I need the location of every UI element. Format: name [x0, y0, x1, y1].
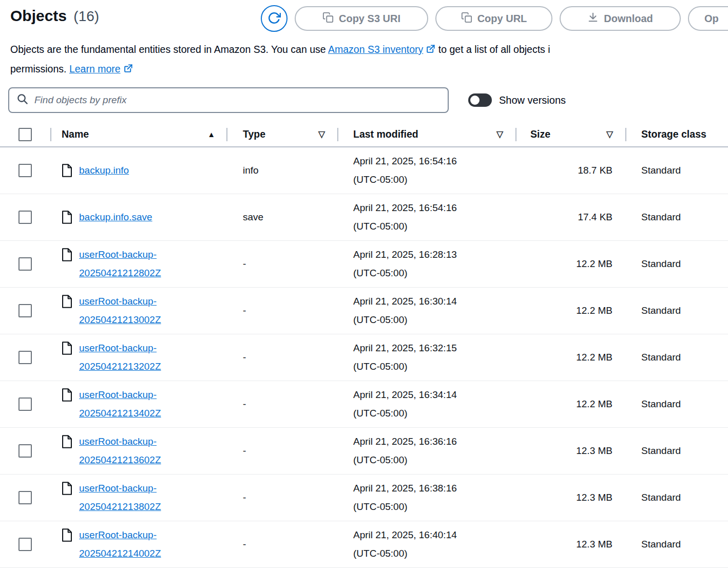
last-modified-date: April 21, 2025, 16:38:16 [353, 479, 515, 498]
copy-url-label: Copy URL [477, 13, 527, 25]
row-checkbox[interactable] [18, 211, 32, 224]
last-modified-timezone: (UTC-05:00) [353, 451, 515, 469]
row-checkbox[interactable] [18, 538, 32, 551]
row-checkbox-cell [0, 211, 50, 224]
object-count: (16) [73, 8, 99, 24]
object-name-link[interactable]: userRoot-backup-20250421213602Z [79, 432, 207, 469]
sort-icon: ▽ [496, 129, 503, 140]
object-name-link[interactable]: userRoot-backup-20250421212802Z [79, 245, 207, 282]
last-modified-timezone: (UTC-05:00) [353, 171, 515, 189]
last-modified-date: April 21, 2025, 16:32:15 [353, 339, 515, 357]
object-name-cell: userRoot-backup-20250421213202Z [50, 339, 226, 376]
object-name-cell: userRoot-backup-20250421212802Z [50, 245, 226, 282]
object-name-link[interactable]: userRoot-backup-20250421213002Z [79, 292, 207, 329]
sort-icon: ▽ [606, 129, 613, 140]
toolbar: Copy S3 URI Copy URL Download [261, 5, 728, 32]
table-body: backup.info info April 21, 2025, 16:54:1… [0, 147, 728, 568]
amazon-s3-inventory-link[interactable]: Amazon S3 inventory [328, 44, 423, 55]
column-divider [337, 128, 338, 141]
object-name-cell: backup.info [50, 161, 226, 180]
row-checkbox[interactable] [18, 164, 32, 177]
row-checkbox[interactable] [18, 304, 32, 317]
column-header-size[interactable]: Size ▽ [515, 122, 625, 146]
row-checkbox-cell [0, 304, 50, 317]
column-header-type[interactable]: Type ▽ [226, 122, 337, 146]
table-row: userRoot-backup-20250421213802Z - April … [0, 475, 728, 521]
object-size: 12.3 MB [515, 445, 625, 457]
storage-class: Standard [625, 445, 728, 457]
column-header-last-modified[interactable]: Last modified ▽ [337, 122, 515, 146]
file-icon [62, 528, 72, 544]
table-row: userRoot-backup-20250421214002Z - April … [0, 521, 728, 568]
storage-class: Standard [625, 258, 728, 270]
refresh-icon [267, 11, 281, 26]
file-icon [62, 164, 72, 180]
object-name-link[interactable]: userRoot-backup-20250421214002Z [79, 526, 207, 563]
table-row: backup.info.save save April 21, 2025, 16… [0, 194, 728, 241]
show-versions-label: Show versions [499, 94, 566, 106]
copy-icon [461, 12, 472, 26]
row-checkbox[interactable] [18, 444, 32, 458]
row-checkbox[interactable] [18, 491, 32, 504]
table-row: userRoot-backup-20250421213002Z - April … [0, 288, 728, 334]
object-name-link[interactable]: userRoot-backup-20250421213802Z [79, 479, 207, 516]
object-name-link[interactable]: userRoot-backup-20250421213402Z [79, 386, 207, 423]
storage-class: Standard [625, 352, 728, 363]
last-modified: April 21, 2025, 16:54:16 (UTC-05:00) [337, 152, 515, 189]
show-versions-toggle[interactable] [468, 93, 492, 107]
column-header-storage-class[interactable]: Storage class [625, 122, 728, 146]
object-type: - [226, 445, 337, 457]
description-line-1: Objects are the fundamental entities sto… [10, 40, 728, 60]
last-modified: April 21, 2025, 16:36:16 (UTC-05:00) [337, 432, 515, 469]
copy-url-button[interactable]: Copy URL [435, 6, 552, 31]
object-name-link[interactable]: userRoot-backup-20250421213202Z [79, 339, 207, 376]
object-name-link[interactable]: backup.info [79, 161, 129, 180]
column-header-name[interactable]: Name ▲ [50, 122, 226, 146]
last-modified-timezone: (UTC-05:00) [353, 311, 515, 329]
last-modified-timezone: (UTC-05:00) [353, 217, 515, 236]
object-size: 12.2 MB [515, 258, 625, 270]
last-modified-date: April 21, 2025, 16:40:14 [353, 526, 515, 544]
table-row: userRoot-backup-20250421213602Z - April … [0, 428, 728, 475]
sort-icon: ▽ [318, 129, 325, 140]
select-all-checkbox[interactable] [18, 128, 32, 141]
object-size: 12.3 MB [515, 492, 625, 503]
learn-more-link[interactable]: Learn more [69, 63, 121, 74]
objects-table: Name ▲ Type ▽ Last modified ▽ Size ▽ Sto… [0, 122, 728, 568]
object-name-link[interactable]: backup.info.save [79, 208, 152, 226]
copy-s3-uri-button[interactable]: Copy S3 URI [295, 6, 428, 31]
storage-class: Standard [625, 492, 728, 503]
external-link-icon [123, 61, 133, 79]
download-icon [587, 12, 599, 26]
object-type: - [226, 399, 337, 410]
table-row: userRoot-backup-20250421212802Z - April … [0, 241, 728, 288]
last-modified: April 21, 2025, 16:30:14 (UTC-05:00) [337, 292, 515, 329]
row-checkbox[interactable] [18, 397, 32, 411]
download-button[interactable]: Download [560, 6, 681, 31]
object-size: 12.2 MB [515, 352, 625, 363]
last-modified: April 21, 2025, 16:54:16 (UTC-05:00) [337, 199, 515, 236]
row-checkbox[interactable] [18, 351, 32, 364]
search-input[interactable] [33, 94, 440, 106]
object-name-cell: userRoot-backup-20250421213802Z [50, 479, 226, 516]
object-type: info [226, 165, 337, 176]
object-type: - [226, 492, 337, 503]
last-modified-date: April 21, 2025, 16:36:16 [353, 432, 515, 451]
table-row: userRoot-backup-20250421213402Z - April … [0, 381, 728, 428]
last-modified-date: April 21, 2025, 16:34:14 [353, 386, 515, 404]
show-versions-control: Show versions [468, 93, 566, 107]
row-checkbox-cell [0, 257, 50, 271]
last-modified: April 21, 2025, 16:40:14 (UTC-05:00) [337, 526, 515, 563]
file-icon [62, 211, 72, 226]
file-icon [62, 295, 72, 311]
refresh-button[interactable] [261, 5, 288, 32]
last-modified-date: April 21, 2025, 16:30:14 [353, 292, 515, 311]
open-button[interactable]: Op [688, 6, 728, 31]
sort-ascending-icon: ▲ [207, 130, 215, 139]
object-size: 18.7 KB [515, 165, 625, 176]
last-modified-timezone: (UTC-05:00) [353, 544, 515, 563]
object-size: 17.4 KB [515, 212, 625, 223]
description-line-2: permissions. Learn more [10, 60, 728, 79]
storage-class: Standard [625, 165, 728, 176]
row-checkbox[interactable] [18, 257, 32, 271]
